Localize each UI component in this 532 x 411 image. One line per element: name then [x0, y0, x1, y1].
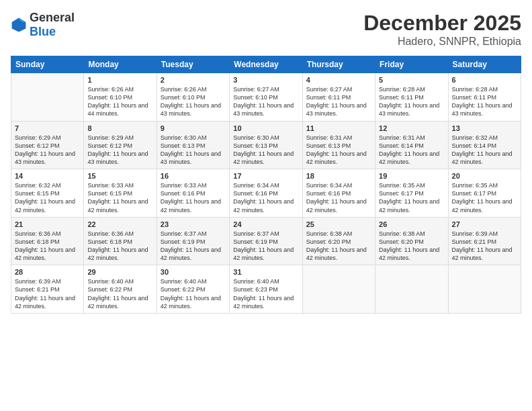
day-number: 14 [15, 172, 80, 180]
day-info: Sunrise: 6:38 AM Sunset: 6:20 PM Dayligh… [379, 230, 444, 263]
month-title: December 2025 [363, 11, 521, 36]
calendar-cell [448, 265, 521, 314]
day-info: Sunrise: 6:35 AM Sunset: 6:17 PM Dayligh… [379, 181, 444, 214]
calendar-cell [11, 73, 84, 122]
calendar-cell: 18Sunrise: 6:34 AM Sunset: 6:16 PM Dayli… [302, 169, 375, 218]
day-info: Sunrise: 6:39 AM Sunset: 6:21 PM Dayligh… [452, 230, 517, 263]
calendar-table: SundayMondayTuesdayWednesdayThursdayFrid… [11, 56, 521, 314]
calendar-week-row: 1Sunrise: 6:26 AM Sunset: 6:10 PM Daylig… [11, 73, 521, 122]
calendar-cell: 24Sunrise: 6:37 AM Sunset: 6:19 PM Dayli… [230, 217, 302, 265]
calendar-cell: 16Sunrise: 6:33 AM Sunset: 6:16 PM Dayli… [157, 169, 229, 218]
logo-general: General [30, 11, 75, 24]
day-info: Sunrise: 6:36 AM Sunset: 6:18 PM Dayligh… [87, 230, 152, 263]
day-info: Sunrise: 6:29 AM Sunset: 6:12 PM Dayligh… [87, 134, 152, 167]
day-number: 8 [87, 124, 152, 132]
calendar-cell: 4Sunrise: 6:27 AM Sunset: 6:11 PM Daylig… [302, 73, 375, 122]
calendar-cell: 8Sunrise: 6:29 AM Sunset: 6:12 PM Daylig… [84, 121, 157, 169]
calendar-cell: 23Sunrise: 6:37 AM Sunset: 6:19 PM Dayli… [157, 217, 229, 265]
day-info: Sunrise: 6:33 AM Sunset: 6:15 PM Dayligh… [87, 181, 152, 214]
calendar-cell: 27Sunrise: 6:39 AM Sunset: 6:21 PM Dayli… [448, 217, 521, 265]
calendar-cell: 2Sunrise: 6:26 AM Sunset: 6:10 PM Daylig… [157, 73, 229, 122]
day-number: 3 [233, 76, 298, 84]
calendar-cell: 19Sunrise: 6:35 AM Sunset: 6:17 PM Dayli… [375, 169, 448, 218]
day-info: Sunrise: 6:30 AM Sunset: 6:13 PM Dayligh… [233, 134, 298, 167]
day-number: 27 [452, 220, 517, 228]
calendar-cell: 3Sunrise: 6:27 AM Sunset: 6:10 PM Daylig… [230, 73, 302, 122]
day-number: 17 [233, 172, 298, 180]
day-of-week-header: Friday [375, 56, 448, 73]
day-number: 30 [161, 268, 226, 276]
calendar-cell: 12Sunrise: 6:31 AM Sunset: 6:14 PM Dayli… [375, 121, 448, 169]
day-info: Sunrise: 6:32 AM Sunset: 6:15 PM Dayligh… [15, 181, 80, 214]
day-info: Sunrise: 6:34 AM Sunset: 6:16 PM Dayligh… [233, 181, 298, 214]
day-info: Sunrise: 6:37 AM Sunset: 6:19 PM Dayligh… [233, 230, 298, 263]
calendar-cell: 21Sunrise: 6:36 AM Sunset: 6:18 PM Dayli… [11, 217, 84, 265]
day-info: Sunrise: 6:40 AM Sunset: 6:23 PM Dayligh… [233, 277, 298, 310]
day-number: 22 [87, 220, 152, 228]
calendar-cell: 26Sunrise: 6:38 AM Sunset: 6:20 PM Dayli… [375, 217, 448, 265]
day-of-week-header: Wednesday [230, 56, 302, 73]
day-info: Sunrise: 6:33 AM Sunset: 6:16 PM Dayligh… [161, 181, 226, 214]
calendar-cell: 6Sunrise: 6:28 AM Sunset: 6:11 PM Daylig… [448, 73, 521, 122]
calendar-cell: 29Sunrise: 6:40 AM Sunset: 6:22 PM Dayli… [84, 265, 157, 314]
day-number: 6 [452, 76, 517, 84]
day-number: 16 [161, 172, 226, 180]
calendar-cell: 25Sunrise: 6:38 AM Sunset: 6:20 PM Dayli… [302, 217, 375, 265]
day-info: Sunrise: 6:38 AM Sunset: 6:20 PM Dayligh… [306, 230, 371, 263]
day-number: 18 [306, 172, 371, 180]
calendar-cell: 11Sunrise: 6:31 AM Sunset: 6:13 PM Dayli… [302, 121, 375, 169]
day-of-week-header: Sunday [11, 56, 84, 73]
day-number: 15 [87, 172, 152, 180]
day-info: Sunrise: 6:26 AM Sunset: 6:10 PM Dayligh… [161, 85, 226, 118]
calendar-cell: 30Sunrise: 6:40 AM Sunset: 6:22 PM Dayli… [157, 265, 229, 314]
calendar-cell: 20Sunrise: 6:35 AM Sunset: 6:17 PM Dayli… [448, 169, 521, 218]
logo: General Blue [11, 11, 75, 39]
calendar-week-row: 7Sunrise: 6:29 AM Sunset: 6:12 PM Daylig… [11, 121, 521, 169]
day-number: 11 [306, 124, 371, 132]
calendar-cell: 5Sunrise: 6:28 AM Sunset: 6:11 PM Daylig… [375, 73, 448, 122]
calendar-header-row: SundayMondayTuesdayWednesdayThursdayFrid… [11, 56, 521, 73]
day-number: 9 [161, 124, 226, 132]
day-number: 21 [15, 220, 80, 228]
header: General Blue December 2025 Hadero, SNNPR… [11, 11, 521, 48]
calendar-cell: 15Sunrise: 6:33 AM Sunset: 6:15 PM Dayli… [84, 169, 157, 218]
calendar-cell: 31Sunrise: 6:40 AM Sunset: 6:23 PM Dayli… [230, 265, 302, 314]
day-number: 31 [233, 268, 298, 276]
svg-marker-0 [12, 18, 26, 32]
day-info: Sunrise: 6:31 AM Sunset: 6:14 PM Dayligh… [379, 134, 444, 167]
day-info: Sunrise: 6:34 AM Sunset: 6:16 PM Dayligh… [306, 181, 371, 214]
day-number: 19 [379, 172, 444, 180]
day-info: Sunrise: 6:26 AM Sunset: 6:10 PM Dayligh… [87, 85, 152, 118]
calendar-cell [375, 265, 448, 314]
calendar-cell: 22Sunrise: 6:36 AM Sunset: 6:18 PM Dayli… [84, 217, 157, 265]
day-number: 20 [452, 172, 517, 180]
page: General Blue December 2025 Hadero, SNNPR… [0, 0, 532, 411]
day-info: Sunrise: 6:32 AM Sunset: 6:14 PM Dayligh… [452, 134, 517, 167]
day-of-week-header: Thursday [302, 56, 375, 73]
day-info: Sunrise: 6:29 AM Sunset: 6:12 PM Dayligh… [15, 134, 80, 167]
logo-icon [11, 17, 27, 33]
day-info: Sunrise: 6:35 AM Sunset: 6:17 PM Dayligh… [452, 181, 517, 214]
day-info: Sunrise: 6:39 AM Sunset: 6:21 PM Dayligh… [15, 277, 80, 310]
day-number: 24 [233, 220, 298, 228]
day-info: Sunrise: 6:28 AM Sunset: 6:11 PM Dayligh… [452, 85, 517, 118]
day-number: 26 [379, 220, 444, 228]
calendar-cell: 14Sunrise: 6:32 AM Sunset: 6:15 PM Dayli… [11, 169, 84, 218]
day-number: 29 [87, 268, 152, 276]
day-info: Sunrise: 6:40 AM Sunset: 6:22 PM Dayligh… [87, 277, 152, 310]
day-of-week-header: Tuesday [157, 56, 229, 73]
calendar-cell: 28Sunrise: 6:39 AM Sunset: 6:21 PM Dayli… [11, 265, 84, 314]
day-info: Sunrise: 6:36 AM Sunset: 6:18 PM Dayligh… [15, 230, 80, 263]
calendar-cell: 13Sunrise: 6:32 AM Sunset: 6:14 PM Dayli… [448, 121, 521, 169]
calendar-week-row: 21Sunrise: 6:36 AM Sunset: 6:18 PM Dayli… [11, 217, 521, 265]
day-number: 7 [15, 124, 80, 132]
day-info: Sunrise: 6:27 AM Sunset: 6:11 PM Dayligh… [306, 85, 371, 118]
day-number: 23 [161, 220, 226, 228]
day-info: Sunrise: 6:37 AM Sunset: 6:19 PM Dayligh… [161, 230, 226, 263]
calendar-cell [302, 265, 375, 314]
logo-text: General Blue [30, 11, 75, 39]
calendar-cell: 7Sunrise: 6:29 AM Sunset: 6:12 PM Daylig… [11, 121, 84, 169]
day-number: 25 [306, 220, 371, 228]
day-number: 5 [379, 76, 444, 84]
calendar-week-row: 28Sunrise: 6:39 AM Sunset: 6:21 PM Dayli… [11, 265, 521, 314]
